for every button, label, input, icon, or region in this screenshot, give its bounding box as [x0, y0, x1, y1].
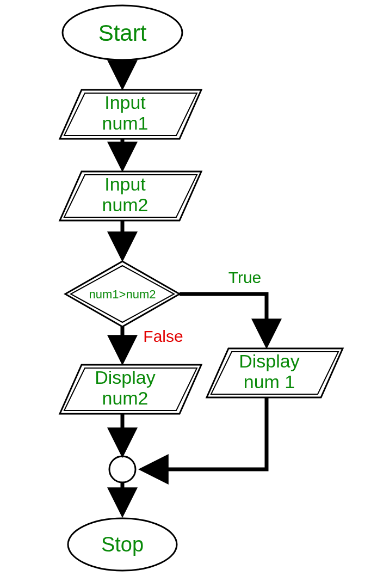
true-label: True	[228, 268, 262, 286]
arrow-displaynum1-to-connector	[144, 397, 267, 469]
input2-label-line1: Input	[104, 174, 146, 194]
start-terminal: Start	[63, 5, 182, 60]
decision-num1-gt-num2: num1>num2	[65, 261, 180, 327]
input-num1-process: Input num1	[60, 90, 201, 139]
stop-terminal: Stop	[68, 518, 177, 571]
decision-label: num1>num2	[89, 287, 156, 301]
stop-label: Stop	[101, 533, 144, 556]
input1-label-line2: num1	[102, 113, 148, 133]
display-num2-line2: num2	[102, 388, 148, 408]
display-num2-process: Display num2	[60, 365, 201, 414]
display-num1-line2: num 1	[244, 371, 295, 392]
input1-label-line1: Input	[104, 92, 146, 113]
input-num2-process: Input num2	[60, 171, 201, 220]
connector-circle	[109, 456, 135, 482]
display-num1-line1: Display	[239, 351, 299, 371]
flowchart-diagram: Start Input num1 Input num2 num1>num2 Tr…	[0, 0, 371, 588]
true-branch-arrow: True	[180, 268, 267, 343]
input2-label-line2: num2	[102, 194, 148, 215]
display-num2-line1: Display	[95, 367, 155, 388]
false-branch-arrow: False	[122, 327, 183, 359]
start-label: Start	[98, 20, 147, 46]
display-num1-process: Display num 1	[207, 348, 343, 397]
false-label: False	[143, 327, 183, 345]
